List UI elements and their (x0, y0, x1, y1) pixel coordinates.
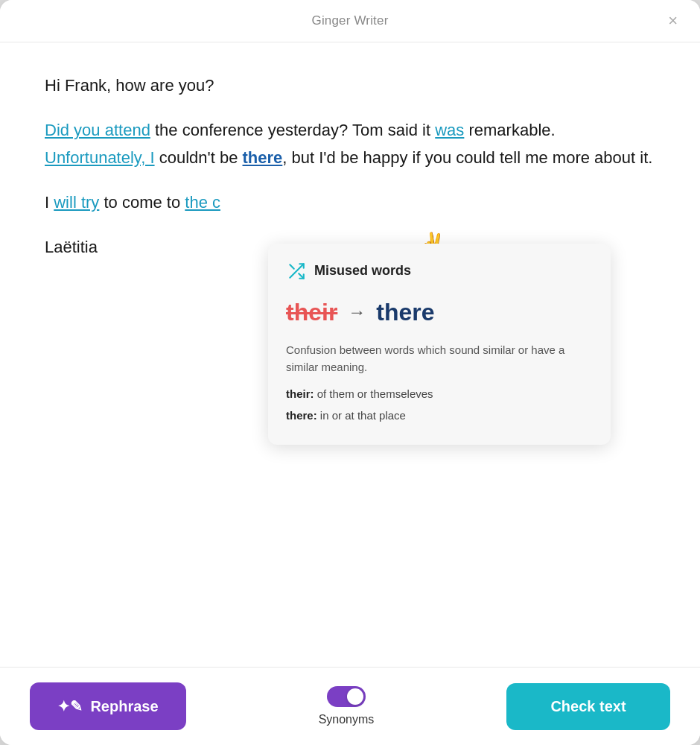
def2-word: there: (286, 409, 317, 422)
def2-text: in or at that place (317, 409, 406, 422)
greeting-paragraph: Hi Frank, how are you? (45, 72, 655, 99)
check-text-button[interactable]: Check text (506, 683, 670, 730)
greeting-text: Hi Frank, how are you? (45, 76, 214, 95)
app-title: Ginger Writer (312, 13, 389, 28)
footer: ✦✎ Rephrase Synonyms Check text (0, 667, 700, 745)
rephrase-button[interactable]: ✦✎ Rephrase (30, 682, 186, 730)
tooltip-popup: Misused words their → there Confusion be… (268, 244, 611, 445)
def1-text: of them or themseleves (314, 387, 433, 400)
tooltip-description: Confusion between words which sound simi… (286, 342, 593, 375)
signature-text: Laëtitia (45, 238, 98, 256)
toggle-thumb (347, 688, 363, 705)
synonyms-toggle-group: Synonyms (319, 686, 375, 726)
paragraph2-mid: to come to (99, 193, 185, 212)
tooltip-def1: their: of them or themseleves (286, 386, 593, 403)
main-paragraph: Did you attend the conference yesterday?… (45, 117, 655, 171)
close-button[interactable]: × (664, 10, 682, 32)
content-area: Hi Frank, how are you? Did you attend th… (0, 42, 700, 667)
synonyms-toggle[interactable] (327, 686, 366, 707)
will-try-link[interactable]: will try (54, 193, 99, 212)
tooltip-title: Misused words (314, 260, 411, 282)
paragraph1-after: remarkable. (464, 121, 555, 139)
synonyms-label: Synonyms (319, 713, 375, 726)
was-link[interactable]: was (435, 121, 464, 139)
app-window: Ginger Writer × Hi Frank, how are you? D… (0, 0, 700, 745)
arrow-symbol: → (348, 297, 366, 327)
tooltip-header: Misused words (286, 260, 593, 282)
tooltip-def2: there: in or at that place (286, 408, 593, 425)
title-bar: Ginger Writer × (0, 0, 700, 42)
correct-word: there (376, 293, 434, 332)
correction-row: their → there (286, 293, 593, 332)
rephrase-label: Rephrase (90, 698, 158, 715)
paragraph1-mid: the conference yesterday? Tom said it (150, 121, 435, 139)
paragraph2: I will try to come to the c (45, 189, 655, 216)
wrong-word: their (286, 293, 337, 332)
def1-word: their: (286, 387, 314, 400)
paragraph1-cont: couldn't be (155, 148, 243, 167)
paragraph1-end: , but I'd be happy if you could tell me … (282, 148, 652, 167)
there-word[interactable]: there (243, 148, 283, 167)
unfortunately-link[interactable]: Unfortunately, I (45, 148, 155, 167)
rephrase-icon: ✦✎ (57, 697, 83, 715)
paragraph2-start: I (45, 193, 54, 212)
the-c-link[interactable]: the c (185, 193, 220, 212)
did-you-attend-link[interactable]: Did you attend (45, 121, 150, 139)
shuffle-icon (286, 261, 307, 282)
